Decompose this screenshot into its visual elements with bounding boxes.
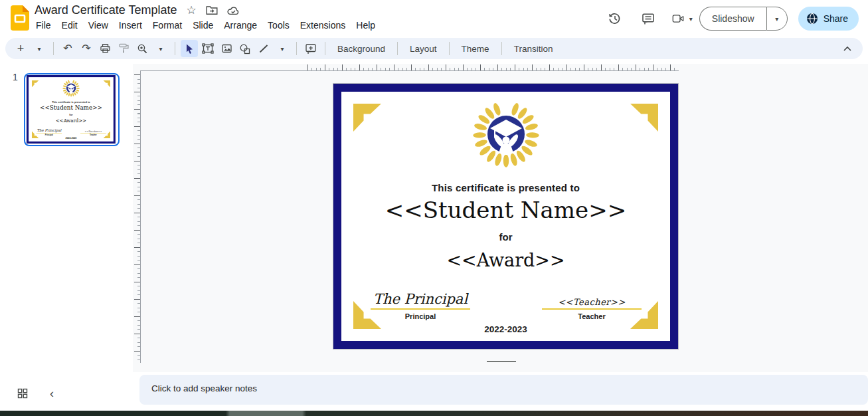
insert-comment-button[interactable]: [302, 40, 319, 57]
teacher-label: Teacher: [80, 134, 106, 136]
grid-view-button[interactable]: [13, 384, 32, 403]
teacher-label: Teacher: [542, 312, 642, 320]
select-tool-button[interactable]: [181, 40, 198, 57]
menu-format[interactable]: Format: [147, 19, 187, 32]
insert-shape-button[interactable]: [236, 40, 254, 57]
speaker-notes-input[interactable]: Click to add speaker notes: [139, 375, 868, 405]
award-text[interactable]: <<Award>>: [341, 250, 670, 270]
comments-button[interactable]: [635, 5, 661, 32]
presented-text[interactable]: This certificate is presented to: [341, 182, 670, 193]
slideshow-button[interactable]: Slideshow: [699, 7, 766, 31]
scroll-indicator[interactable]: [487, 361, 516, 362]
transition-button[interactable]: Transition: [507, 40, 560, 57]
new-slide-caret[interactable]: ▾: [31, 40, 48, 57]
collapse-filmstrip-button[interactable]: ‹: [43, 384, 61, 403]
principal-signature-block[interactable]: The Principal Principal: [36, 128, 62, 136]
print-button[interactable]: [96, 40, 114, 57]
menu-arrange[interactable]: Arrange: [218, 19, 262, 32]
redo-button[interactable]: ↷: [78, 40, 95, 57]
background-button[interactable]: Background: [331, 40, 392, 57]
meet-caret-icon[interactable]: ▾: [689, 15, 693, 23]
header: Award Certificate Template ☆ File Edit V…: [0, 0, 868, 37]
version-history-button[interactable]: [602, 5, 628, 32]
text-box-button[interactable]: [199, 40, 217, 57]
year-text[interactable]: 2022-2023: [341, 324, 670, 334]
certificate: This certificate is presented to <<Stude…: [27, 75, 116, 144]
header-actions: ▾ Slideshow ▾ Share: [602, 5, 859, 32]
star-icon[interactable]: ☆: [186, 5, 196, 16]
toolbar-separator: [325, 42, 325, 55]
principal-label: Principal: [371, 312, 470, 320]
principal-signature: The Principal: [371, 287, 470, 307]
ruler-vertical-line: [140, 70, 141, 363]
toolbar-separator: [175, 42, 175, 55]
zoom-caret[interactable]: ▾: [152, 40, 169, 57]
title-row: Award Certificate Template ☆: [35, 3, 240, 17]
toolbar: + ▾ ↶ ↷ ▾: [5, 38, 863, 59]
vertical-ruler: [134, 74, 140, 360]
move-to-folder-icon[interactable]: [206, 5, 218, 15]
student-name-text[interactable]: <<Student Name>>: [341, 197, 670, 223]
line-caret[interactable]: ▾: [274, 40, 291, 57]
gold-corner-ornament: [630, 104, 658, 132]
insert-line-button[interactable]: [255, 40, 272, 57]
menu-help[interactable]: Help: [351, 19, 381, 32]
principal-label: Principal: [36, 134, 62, 136]
menu-edit[interactable]: Edit: [56, 19, 83, 32]
year-text[interactable]: 2022-2023: [29, 137, 114, 140]
slide-thumbnail[interactable]: This certificate is presented to <<Stude…: [24, 73, 120, 146]
signature-line: [542, 308, 642, 310]
teacher-signature-block[interactable]: <<Teacher>> Teacher: [542, 287, 642, 320]
principal-signature-block[interactable]: The Principal Principal: [371, 287, 470, 320]
slideshow-dropdown-button[interactable]: ▾: [766, 7, 788, 31]
teacher-signature: <<Teacher>>: [80, 128, 106, 133]
toolbar-separator: [296, 42, 297, 55]
signature-line: [80, 133, 106, 134]
layout-button[interactable]: Layout: [403, 40, 444, 57]
certificate: This certificate is presented to <<Stude…: [333, 84, 678, 349]
slide-editor[interactable]: This certificate is presented to <<Stude…: [333, 84, 678, 349]
hide-menus-button[interactable]: [839, 40, 856, 57]
google-slides-app: Award Certificate Template ☆ File Edit V…: [0, 0, 868, 416]
theme-button[interactable]: Theme: [455, 40, 496, 57]
document-title[interactable]: Award Certificate Template: [35, 3, 177, 17]
toolbar-separator: [501, 42, 502, 55]
presented-text[interactable]: This certificate is presented to: [29, 100, 114, 103]
zoom-tool-button[interactable]: [133, 40, 151, 57]
new-slide-button[interactable]: +: [12, 40, 29, 57]
teacher-signature-block[interactable]: <<Teacher>> Teacher: [80, 128, 106, 136]
for-text[interactable]: for: [341, 231, 670, 243]
slideshow-label: Slideshow: [712, 13, 754, 24]
share-label: Share: [824, 13, 848, 24]
teacher-signature: <<Teacher>>: [542, 287, 642, 307]
menu-file[interactable]: File: [31, 19, 56, 32]
slides-logo-icon[interactable]: [11, 5, 29, 31]
student-name-text[interactable]: <<Student Name>>: [29, 104, 114, 111]
laurel-graduate-logo: [60, 79, 82, 97]
horizontal-ruler: [307, 64, 679, 70]
award-text[interactable]: <<Award>>: [29, 118, 114, 124]
slideshow-group: Slideshow ▾: [699, 7, 788, 31]
toolbar-separator: [53, 42, 54, 55]
share-button[interactable]: Share: [798, 7, 859, 31]
cloud-status-icon[interactable]: [227, 6, 240, 15]
speaker-notes-placeholder: Click to add speaker notes: [151, 383, 257, 393]
menu-tools[interactable]: Tools: [262, 19, 295, 32]
slide-number: 1: [13, 72, 18, 82]
meet-camera-button[interactable]: [668, 5, 688, 32]
meet-controls: ▾: [668, 5, 693, 32]
menu-view[interactable]: View: [83, 19, 114, 32]
undo-button[interactable]: ↶: [59, 40, 76, 57]
laurel-graduate-logo: [465, 100, 547, 169]
menu-slide[interactable]: Slide: [187, 19, 218, 32]
menu-extensions[interactable]: Extensions: [295, 19, 351, 32]
signature-line: [36, 133, 62, 134]
gold-corner-ornament: [32, 80, 39, 88]
menu-insert[interactable]: Insert: [114, 19, 147, 32]
signature-line: [371, 308, 470, 310]
for-text[interactable]: for: [29, 113, 114, 116]
slide-thumbnail-preview: This certificate is presented to <<Stude…: [27, 75, 116, 144]
paint-format-button[interactable]: [115, 40, 132, 57]
insert-image-button[interactable]: [218, 40, 235, 57]
canvas: This certificate is presented to <<Stude…: [133, 64, 868, 372]
